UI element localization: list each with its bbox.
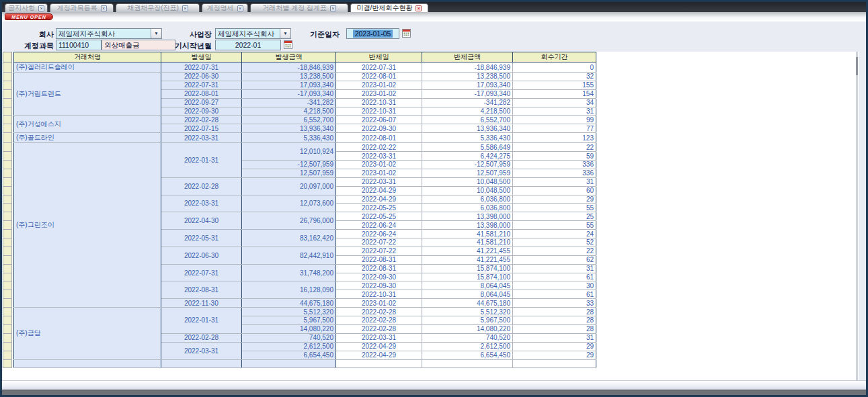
- row-selector[interactable]: [3, 116, 12, 124]
- cell-customer[interactable]: (주)그린조이: [14, 143, 161, 308]
- cell-occur-amount[interactable]: 5,967,500: [242, 316, 336, 325]
- calendar-icon[interactable]: [284, 40, 292, 49]
- row-selector[interactable]: [3, 316, 12, 325]
- cell-occur-amount[interactable]: 14,080,220: [242, 324, 336, 333]
- cell-occur-amount[interactable]: 4,218,500: [242, 107, 336, 116]
- chevron-down-icon[interactable]: ▼: [280, 29, 290, 38]
- cell-settle-amount[interactable]: 740,520: [422, 333, 513, 342]
- cell-settle-amount[interactable]: 15,874,100: [422, 264, 513, 273]
- cell-customer[interactable]: [14, 359, 161, 368]
- cell-days[interactable]: 0: [513, 62, 596, 73]
- cell-days[interactable]: 52: [513, 238, 596, 247]
- row-selector[interactable]: [3, 107, 12, 116]
- cell-days[interactable]: 28: [513, 324, 596, 333]
- cell-days[interactable]: 28: [513, 316, 596, 325]
- cell-occur-date[interactable]: 2022-01-31: [161, 143, 242, 178]
- cell-occur-date[interactable]: [161, 359, 242, 368]
- row-selector[interactable]: [3, 177, 12, 186]
- tab-4[interactable]: 계정명세×: [202, 3, 248, 12]
- cell-settle-amount[interactable]: 13,238,500: [422, 73, 513, 81]
- cell-days[interactable]: 28: [513, 308, 596, 316]
- cell-days[interactable]: 154: [513, 89, 596, 98]
- vertical-scrollbar[interactable]: [856, 52, 858, 380]
- cell-occur-amount[interactable]: 12,010,924: [242, 143, 336, 161]
- cell-customer[interactable]: (주)금담: [14, 308, 161, 359]
- cell-occur-amount[interactable]: 16,128,090: [242, 281, 336, 299]
- cell-occur-date[interactable]: 2022-07-15: [161, 124, 242, 133]
- cell-occur-date[interactable]: 2022-07-31: [161, 62, 242, 73]
- row-selector[interactable]: [3, 186, 12, 195]
- cell-occur-amount[interactable]: -12,507,959: [242, 161, 336, 169]
- cell-settle-date[interactable]: 2022-02-28: [336, 308, 422, 316]
- cell-days[interactable]: 25: [513, 212, 596, 221]
- row-selector[interactable]: [3, 238, 12, 247]
- cell-occur-date[interactable]: 2022-08-01: [161, 89, 242, 98]
- row-selector[interactable]: [3, 98, 12, 107]
- cell-settle-date[interactable]: 2022-10-31: [336, 107, 422, 116]
- company-select[interactable]: 제일제지주식회사 ▼: [56, 28, 162, 39]
- row-selector[interactable]: [3, 195, 12, 204]
- cell-days[interactable]: 33: [513, 299, 596, 308]
- cell-settle-amount[interactable]: -12,507,959: [422, 161, 513, 169]
- cell-settle-date[interactable]: 2022-04-29: [336, 351, 422, 359]
- cell-occur-date[interactable]: 2022-03-31: [161, 133, 242, 143]
- cell-settle-date[interactable]: 2022-02-22: [336, 143, 422, 152]
- cell-settle-amount[interactable]: 13,398,000: [422, 212, 513, 221]
- account-code-input[interactable]: 11100410: [56, 40, 102, 50]
- row-selector[interactable]: [3, 124, 12, 133]
- cell-occur-date[interactable]: 2022-01-31: [161, 308, 242, 334]
- cell-customer[interactable]: (주)거림트렌드: [14, 73, 161, 116]
- row-selector[interactable]: [3, 299, 12, 308]
- cell-settle-amount[interactable]: -17,093,340: [422, 89, 513, 98]
- cell-occur-date[interactable]: 2022-04-30: [161, 212, 242, 230]
- cell-occur-date[interactable]: 2022-09-30: [161, 107, 242, 116]
- cell-settle-amount[interactable]: 5,967,500: [422, 316, 513, 325]
- cell-settle-amount[interactable]: 6,424,275: [422, 152, 513, 161]
- cell-occur-date[interactable]: 2022-07-31: [161, 264, 242, 281]
- cell-settle-date[interactable]: 2022-03-31: [336, 177, 422, 186]
- cell-occur-date[interactable]: 2022-02-28: [161, 116, 242, 124]
- cell-occur-date[interactable]: 2022-03-31: [161, 195, 242, 212]
- cell-occur-date[interactable]: 2022-07-31: [161, 81, 242, 89]
- cell-days[interactable]: 29: [513, 342, 596, 351]
- cell-days[interactable]: 336: [513, 169, 596, 177]
- cell-settle-amount[interactable]: 8,064,045: [422, 281, 513, 290]
- cell-settle-amount[interactable]: 41,581,210: [422, 230, 513, 238]
- cell-settle-date[interactable]: [336, 359, 422, 368]
- row-selector[interactable]: [3, 204, 12, 212]
- cell-occur-amount[interactable]: 13,238,500: [242, 73, 336, 81]
- close-icon[interactable]: ×: [237, 5, 243, 11]
- close-icon[interactable]: ×: [330, 5, 336, 11]
- cell-occur-date[interactable]: 2022-11-30: [161, 299, 242, 308]
- cell-days[interactable]: 61: [513, 290, 596, 299]
- cell-settle-amount[interactable]: 6,036,800: [422, 195, 513, 204]
- cell-settle-amount[interactable]: 14,080,220: [422, 324, 513, 333]
- cell-occur-amount[interactable]: -18,846,939: [242, 62, 336, 73]
- cell-occur-date[interactable]: 2022-06-30: [161, 73, 242, 81]
- cell-occur-date[interactable]: 2022-02-28: [161, 333, 242, 342]
- cell-settle-amount[interactable]: 5,512,320: [422, 308, 513, 316]
- cell-days[interactable]: 31: [513, 107, 596, 116]
- cell-occur-amount[interactable]: 6,654,450: [242, 351, 336, 359]
- cell-settle-date[interactable]: 2022-03-31: [336, 333, 422, 342]
- cell-settle-date[interactable]: 2022-06-07: [336, 116, 422, 124]
- cell-days[interactable]: 31: [513, 177, 596, 186]
- cell-occur-amount[interactable]: 44,675,180: [242, 299, 336, 308]
- cell-settle-date[interactable]: 2022-10-31: [336, 290, 422, 299]
- site-select[interactable]: 제일제지주식회사 ▼: [215, 28, 291, 39]
- cell-occur-date[interactable]: 2022-09-27: [161, 98, 242, 107]
- cell-occur-amount[interactable]: 2,612,500: [242, 342, 336, 351]
- cell-customer[interactable]: (주)골드라인: [14, 133, 161, 143]
- cell-settle-amount[interactable]: 13,398,000: [422, 221, 513, 230]
- cell-settle-date[interactable]: 2022-08-01: [336, 133, 422, 143]
- cell-days[interactable]: 77: [513, 124, 596, 133]
- cell-days[interactable]: 59: [513, 152, 596, 161]
- cell-settle-date[interactable]: 2022-09-30: [336, 281, 422, 290]
- tab-1[interactable]: 공지사항×: [5, 3, 48, 12]
- row-selector[interactable]: [3, 324, 12, 333]
- cell-settle-amount[interactable]: 44,675,180: [422, 299, 513, 308]
- menu-open-button[interactable]: MENU OPEN: [5, 13, 53, 20]
- cell-settle-amount[interactable]: 10,048,500: [422, 186, 513, 195]
- cell-days[interactable]: 336: [513, 161, 596, 169]
- cell-settle-amount[interactable]: 6,654,450: [422, 351, 513, 359]
